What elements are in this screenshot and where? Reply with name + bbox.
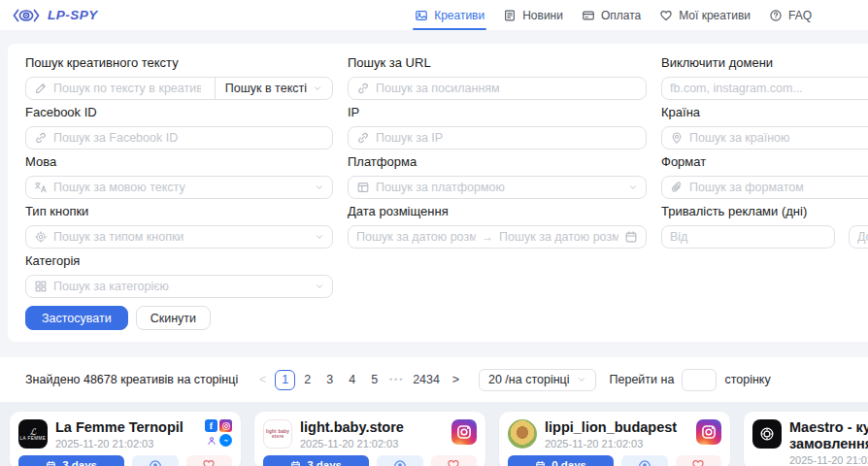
chevron-down-icon [315, 232, 324, 242]
button-type-input[interactable] [53, 230, 309, 244]
creative-date: 2025-11-20 21:02:03 [55, 438, 197, 449]
page-size-select[interactable]: 20 /на сторінці [479, 369, 596, 391]
date-to-input[interactable] [499, 230, 618, 244]
view-button[interactable] [132, 455, 178, 466]
filter-creative-text: Пошук креативного тексту Пошук в тексті [25, 55, 333, 100]
messenger-icon[interactable] [219, 434, 232, 447]
advertiser-title[interactable]: lippi_lion_budapest [545, 419, 688, 436]
creative-card: Maestro - кухні, ме замовлення в Ужго 20… [744, 412, 868, 466]
field-label: Країна [661, 105, 868, 120]
calendar-icon [290, 460, 301, 466]
eye-icon [638, 458, 651, 466]
language-input[interactable] [53, 181, 309, 194]
creative-text-input[interactable] [53, 82, 201, 95]
page-button-3[interactable]: 3 [319, 370, 340, 390]
exclude-domains-input[interactable] [670, 82, 868, 95]
audience-network-icon[interactable] [205, 434, 217, 447]
advertiser-avatar [508, 419, 537, 449]
view-button[interactable] [377, 455, 422, 466]
page-button-last[interactable]: 2434 [409, 370, 444, 390]
instagram-icon[interactable] [451, 419, 477, 445]
days-active-button[interactable]: 0 days [508, 455, 614, 466]
filter-exclude-domains: Виключити домени [661, 55, 868, 100]
main-nav: Креативи Новини Оплата Мої креативи [415, 0, 812, 30]
goto-prefix-label: Перейти на [610, 373, 675, 386]
text-search-mode-select[interactable]: Пошук в тексті [215, 78, 332, 99]
eye-icon [393, 458, 407, 466]
days-active-button[interactable]: 3 days [18, 455, 124, 466]
filter-language: Мова [25, 154, 333, 199]
duration-from-input[interactable] [670, 230, 826, 244]
creative-card: light baby store light.baby.store 2025-1… [254, 412, 485, 466]
creative-card: lippi_lion_budapest 2025-11-20 21:02:03 … [499, 412, 730, 466]
nav-item-payment[interactable]: Оплата [582, 0, 641, 30]
brand-logo[interactable]: LP-SPY [12, 7, 98, 24]
favorite-button[interactable] [676, 455, 721, 466]
favorite-button[interactable] [431, 455, 477, 466]
filters-panel: Пошук креативного тексту Пошук в тексті [8, 44, 868, 342]
url-input[interactable] [376, 82, 638, 95]
page-button-2[interactable]: 2 [297, 370, 317, 390]
creative-date: 2025-11-20 21:02:03 [789, 454, 868, 466]
advertiser-title[interactable]: Maestro - кухні, ме [789, 419, 868, 436]
nav-label: Новини [522, 9, 563, 22]
page-button-4[interactable]: 4 [342, 370, 362, 390]
advertiser-title-line2[interactable]: замовлення в Ужго [789, 436, 868, 452]
filter-url: Пошук за URL [348, 55, 647, 100]
ip-input[interactable] [376, 131, 638, 145]
field-label: Формат [661, 154, 868, 170]
advertiser-title[interactable]: light.baby.store [300, 419, 444, 436]
page-button-1[interactable]: 1 [275, 370, 295, 390]
calendar-icon [46, 460, 56, 466]
country-input[interactable] [689, 131, 868, 145]
category-input[interactable] [53, 280, 309, 293]
facebook-id-input[interactable] [53, 131, 324, 145]
apply-button[interactable]: Застосувати [25, 306, 128, 330]
advertiser-title[interactable]: La Femme Ternopil [55, 419, 197, 436]
filter-country: Країна [661, 105, 868, 150]
filter-format: Формат [661, 154, 868, 199]
view-button[interactable] [621, 455, 667, 466]
results-summary: Знайдено 48678 креативів на сторінці [25, 373, 238, 386]
goto-suffix-label: сторінку [724, 373, 770, 386]
advertiser-avatar: light baby store [263, 419, 292, 449]
days-active-button[interactable]: 3 days [263, 455, 369, 466]
top-navbar: LP-SPY Креативи Новини Опла [0, 0, 868, 30]
duration-to-input[interactable] [857, 230, 868, 244]
chevron-down-icon [628, 183, 638, 192]
nav-item-news[interactable]: Новини [503, 0, 563, 30]
advertiser-avatar: ℒ LA FEMME [18, 419, 48, 449]
instagram-icon[interactable] [696, 419, 721, 445]
creative-card: ℒ LA FEMME La Femme Ternopil 2025-11-20 … [10, 412, 241, 466]
next-page-button[interactable]: > [446, 370, 466, 390]
facebook-icon[interactable]: f [205, 419, 217, 432]
nav-item-creatives[interactable]: Креативи [415, 0, 484, 30]
format-input[interactable] [689, 181, 868, 194]
instagram-icon[interactable] [219, 419, 232, 432]
brand-emblem-icon [758, 425, 776, 443]
filter-facebook-id: Facebook ID [25, 105, 333, 150]
nav-item-faq[interactable]: FAQ [769, 0, 812, 30]
goto-page-input[interactable] [682, 369, 717, 391]
question-circle-icon [769, 9, 783, 22]
date-from-input[interactable] [356, 230, 476, 244]
page-button-5[interactable]: 5 [364, 370, 384, 390]
favorite-button[interactable] [186, 455, 232, 466]
field-label: Платформа [348, 154, 647, 170]
nav-item-my-creatives[interactable]: Мої креативи [659, 0, 751, 30]
field-label: Виключити домени [661, 55, 868, 71]
prev-page-button[interactable]: < [252, 370, 273, 390]
platform-input[interactable] [376, 181, 622, 194]
nav-label: FAQ [788, 9, 812, 22]
paperclip-icon [670, 181, 684, 194]
creative-date: 2025-11-20 21:02:03 [545, 438, 688, 449]
heart-icon [202, 458, 216, 466]
heart-icon [447, 458, 460, 466]
nav-label: Креативи [434, 9, 484, 22]
field-label: Тривалість реклами (дні) [661, 204, 868, 219]
mode-label: Пошук в тексті [225, 82, 307, 95]
filter-category: Категорія [25, 253, 333, 298]
pagination-ellipsis[interactable]: ••• [386, 370, 407, 390]
field-label: Дата розміщення [348, 204, 647, 219]
reset-button[interactable]: Скинути [136, 306, 211, 330]
